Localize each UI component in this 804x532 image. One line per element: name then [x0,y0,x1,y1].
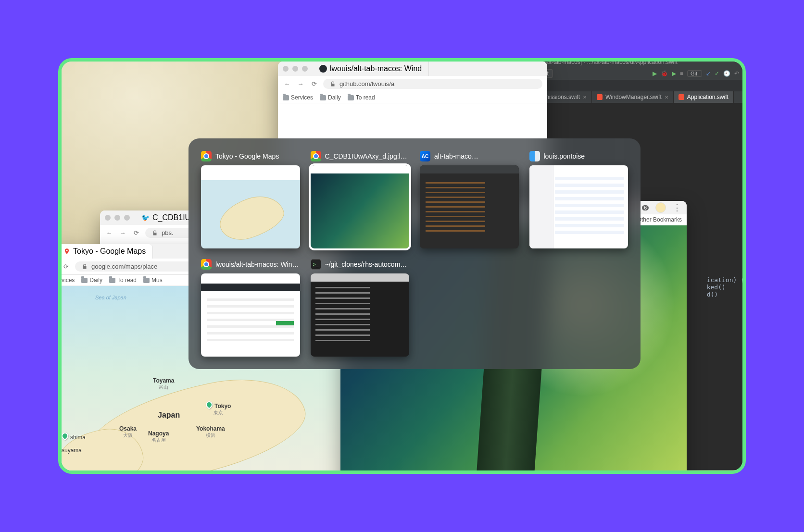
run-coverage-icon[interactable]: ▶ [672,70,676,77]
folder-icon [109,278,115,283]
reload-icon[interactable]: ⟳ [62,262,70,271]
tab-title: lwouis/alt-tab-macos: Wind [330,64,422,73]
bookmark-folder[interactable]: To read [109,277,137,284]
search-icon[interactable]: 🔍 [743,70,746,77]
browser-tab[interactable]: Tokyo - Google Maps [58,244,153,259]
folder-icon [81,278,88,283]
url-text: google.com/maps/place [91,263,157,270]
editor-tab[interactable]: WindowManager.swift✕ [592,91,674,103]
twitter-icon: 🐦 [141,214,150,222]
bookmark-folder[interactable]: vices [62,277,75,284]
code-line: ked() [707,284,726,291]
reload-icon[interactable]: ⟳ [132,229,140,237]
map-city-label[interactable]: Nagoya名古屋 [148,430,169,444]
forward-icon[interactable]: → [296,80,305,88]
switcher-thumbnail[interactable] [201,273,300,357]
map-city-label[interactable]: Yokohama横浜 [196,425,225,439]
map-city-label[interactable]: Toyama富山 [153,377,174,391]
terminal-icon: >_ [311,259,321,270]
switcher-window[interactable]: Tokyo - Google Maps [201,151,300,248]
switcher-thumbnail[interactable] [311,165,410,248]
switcher-window-title: alt-tab-maco… [434,152,478,160]
map-city-label[interactable]: suyama [62,447,82,454]
switcher-window[interactable]: ACalt-tab-maco… [420,151,519,248]
map-pin-icon [204,400,214,409]
stop-icon[interactable]: ■ [680,70,683,77]
forward-icon[interactable]: → [118,229,127,237]
lock-icon [82,264,88,270]
traffic-lights[interactable] [100,211,135,224]
editor-tab-active[interactable]: Application.swift [674,91,734,103]
back-icon[interactable]: ← [105,229,113,237]
switcher-window-title: lwouis/alt-tab-macos: Windows… [215,260,300,268]
alt-tab-switcher[interactable]: Tokyo - Google Maps C_CDB1IUwAAxy_d.jpg:… [188,138,641,369]
browser-toolbar: ← → ⟳ github.com/lwouis/a [278,76,547,92]
code-line: ication) { [707,276,744,284]
git-label: Git: [687,70,702,77]
switcher-window-title: louis.pontoise [544,152,585,160]
map-pin-icon [60,431,70,441]
map-country-label: Japan [158,411,180,420]
map-city-label[interactable]: Osaka大阪 [119,425,137,439]
switcher-window[interactable]: >_~/git_clones/rhs-autocom… [311,259,410,357]
extension-badge: 6 [642,205,649,210]
bookmark-folder[interactable]: Mus [143,277,163,284]
switcher-thumbnail[interactable] [420,165,519,248]
switcher-window-selected[interactable]: C_CDB1IUwAAxy_d.jpg:larg… [311,151,410,248]
close-icon[interactable]: ✕ [583,95,587,100]
chrome-icon [201,151,212,161]
switcher-window-title: C_CDB1IUwAAxy_d.jpg:larg… [325,152,410,160]
kebab-menu-icon[interactable]: ⋮ [673,202,681,213]
chrome-icon [201,259,212,270]
screenshot-stage: alt-tab-macos [~/git_clones/alt-tab-maco… [58,58,746,474]
sea-label: Sea of Japan [95,295,126,300]
tab-title: Tokyo - Google Maps [73,247,146,256]
lock-icon [152,230,158,236]
chrome-icon [311,151,321,161]
run-icon[interactable]: ▶ [653,70,657,77]
vcs-history-icon[interactable]: 🕘 [723,70,730,77]
bookmark-folder[interactable]: To read [348,94,375,101]
address-bar[interactable]: github.com/lwouis/a [323,79,542,89]
switcher-window[interactable]: lwouis/alt-tab-macos: Windows… [201,259,300,357]
swift-file-icon [597,94,603,100]
folder-icon [283,95,289,100]
bookmark-folder[interactable]: Daily [81,277,102,284]
folder-icon [348,95,354,100]
github-icon [319,65,327,73]
map-city-label[interactable]: shima [62,433,86,441]
switcher-window[interactable]: louis.pontoise [529,151,628,248]
lock-icon [330,81,336,87]
finder-icon [529,151,540,161]
url-text: pbs. [162,229,174,236]
close-icon[interactable]: ✕ [665,95,668,100]
map-city-label[interactable]: Tokyo東京 [206,401,231,416]
code-line: d() [707,291,718,298]
vcs-revert-icon[interactable]: ↶ [734,70,739,77]
folder-icon [143,278,150,283]
tab-title: C_CDB1IU [152,213,190,222]
svg-point-0 [66,250,68,251]
bookmarks-bar: Services Daily To read [278,92,547,103]
vcs-commit-icon[interactable]: ✓ [715,70,719,77]
traffic-lights[interactable] [278,62,313,75]
bookmark-folder[interactable]: Services [283,94,313,101]
reload-icon[interactable]: ⟳ [310,80,318,88]
browser-tab[interactable]: lwouis/alt-tab-macos: Wind [313,62,429,76]
profile-avatar[interactable] [655,202,666,213]
swift-file-icon [678,94,684,100]
switcher-window-title: Tokyo - Google Maps [215,152,279,160]
bookmark-folder[interactable]: Daily [320,94,341,101]
back-icon[interactable]: ← [283,80,291,88]
switcher-thumbnail[interactable] [201,165,300,248]
debug-icon[interactable]: 🐞 [661,70,668,77]
vcs-update-icon[interactable]: ↙ [706,70,711,77]
switcher-thumbnail[interactable] [529,165,628,248]
switcher-window-title: ~/git_clones/rhs-autocom… [325,260,407,268]
switcher-thumbnail[interactable] [311,273,410,357]
appcode-icon: AC [420,151,430,161]
url-text: github.com/lwouis/a [339,80,394,87]
folder-icon [320,95,326,100]
maps-pin-icon [63,248,70,255]
